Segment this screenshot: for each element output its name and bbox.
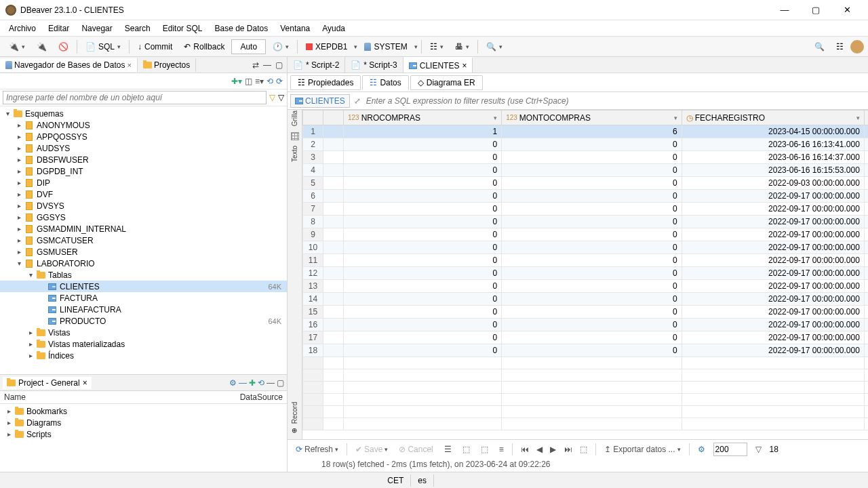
expand-arrow[interactable]: ▸	[14, 237, 24, 244]
expand-arrow[interactable]: ▸	[14, 144, 24, 152]
edit-tool-1[interactable]: ☰	[441, 443, 454, 455]
cell[interactable]: 2022-09-17 00:00:00.000	[682, 293, 864, 306]
data-row[interactable]: 12002022-09-17 00:00:00.000[NULL]2022-09…	[303, 267, 869, 280]
tree-tool2[interactable]: ≡▾	[255, 77, 264, 86]
cell[interactable]: 0	[502, 228, 682, 241]
data-row[interactable]: 3002023-06-16 16:14:37.000[NULL]2023-06-…	[303, 151, 869, 164]
col-header[interactable]: ◷ ULTIMACOMPRA▾	[864, 110, 868, 125]
data-row[interactable]: 5002022-09-03 00:00:00.000[NULL]2022-09-…	[303, 177, 869, 190]
col-header[interactable]: 123 NROCOMPRAS▾	[344, 110, 502, 125]
query-table-label[interactable]: CLIENTES	[290, 94, 350, 108]
editor-tab[interactable]: 📄* Script-3	[345, 57, 403, 73]
cell[interactable]: 0	[502, 254, 682, 267]
maximize-view[interactable]: ▢	[274, 59, 284, 71]
filter-menu-icon[interactable]: ▽	[278, 93, 284, 102]
page-prev[interactable]: ◀	[534, 445, 545, 454]
row-num[interactable]: 11	[303, 254, 323, 267]
tree-item[interactable]: ▸DIP	[0, 177, 287, 188]
status-lang[interactable]: es	[411, 474, 434, 487]
txn-dropdown[interactable]: 🕐▾	[268, 39, 294, 54]
col-menu[interactable]: ▾	[494, 115, 497, 121]
cell[interactable]: [NULL]	[864, 306, 868, 319]
tab-projects[interactable]: Proyectos	[138, 58, 196, 72]
tree-item[interactable]: ▸Bookmarks	[1, 405, 285, 417]
row-marker[interactable]	[323, 151, 344, 164]
tool-2[interactable]: 🖶▾	[450, 39, 474, 54]
tree-tool1[interactable]: ◫	[245, 77, 252, 86]
row-marker[interactable]	[323, 331, 344, 344]
cell[interactable]: 0	[344, 177, 502, 190]
row-marker[interactable]	[323, 228, 344, 241]
tab-project-general[interactable]: Project - General ×	[3, 377, 92, 389]
tree-item[interactable]: ▸DVF	[0, 188, 287, 200]
data-row[interactable]: 8002022-09-17 00:00:00.000[NULL]2022-09-…	[303, 216, 869, 228]
cell[interactable]: 2022-09-03 00:00:00.000	[682, 177, 864, 190]
edit-tool-4[interactable]: ≡	[496, 443, 507, 455]
cell[interactable]: [NULL]	[864, 293, 868, 306]
row-marker[interactable]	[323, 125, 344, 138]
expand-arrow[interactable]: ▸	[26, 352, 35, 359]
cancel-button[interactable]: ⊘Cancel	[396, 443, 435, 455]
tree-item[interactable]: ▸ANONYMOUS	[0, 119, 287, 131]
cell[interactable]: [NULL]	[864, 344, 868, 357]
cell[interactable]: 2022-09-17 00:00:00.000	[682, 241, 864, 254]
close-button[interactable]: ✕	[831, 1, 863, 20]
gear-button[interactable]: ⚙	[695, 443, 708, 455]
expand-arrow[interactable]: ▸	[14, 179, 24, 186]
minimize-button[interactable]: —	[769, 1, 800, 20]
row-num[interactable]: 10	[303, 241, 323, 254]
close-icon[interactable]: ×	[127, 61, 131, 69]
cell[interactable]: 2022-09-17 00:00:00.000	[682, 306, 864, 319]
cell[interactable]: 0	[502, 306, 682, 319]
tree-item[interactable]: ▸DBSFWUSER	[0, 154, 287, 165]
cell[interactable]: 0	[344, 280, 502, 293]
cell[interactable]: [NULL]	[864, 241, 868, 254]
connect-button[interactable]: 🔌	[32, 39, 52, 54]
rows-tool[interactable]: ▽	[753, 443, 764, 455]
cell[interactable]: [NULL]	[864, 319, 868, 331]
cell[interactable]: 0	[502, 319, 682, 331]
cell[interactable]: 0	[344, 344, 502, 357]
disconnect-button[interactable]: 🚫	[54, 39, 73, 54]
cell[interactable]: 2023-04-15 00:00:00.000	[682, 125, 864, 138]
data-row[interactable]: 13002022-09-17 00:00:00.000[NULL]2022-09…	[303, 280, 869, 293]
proj-min[interactable]: —	[267, 378, 275, 388]
data-row[interactable]: 18002022-09-17 00:00:00.000[NULL]2022-09…	[303, 344, 869, 357]
data-row[interactable]: 14002022-09-17 00:00:00.000[NULL]2022-09…	[303, 293, 869, 306]
row-num[interactable]: 12	[303, 267, 323, 280]
row-marker[interactable]	[323, 267, 344, 280]
tree-item[interactable]: ▸Vistas	[0, 327, 287, 338]
tab-db-navigator[interactable]: Navegador de Bases de Datos ×	[0, 58, 138, 72]
user-icon[interactable]	[850, 40, 864, 54]
cell[interactable]: [NULL]	[864, 331, 868, 344]
cell[interactable]: 2022-09-17 00:00:00.000	[682, 344, 864, 357]
data-row[interactable]: 2002023-06-16 16:13:41.000[NULL]2023-06-…	[303, 138, 869, 151]
data-row[interactable]: 10002022-09-17 00:00:00.000[NULL]2022-09…	[303, 241, 869, 254]
cell[interactable]: 0	[344, 228, 502, 241]
row-num[interactable]: 16	[303, 319, 323, 331]
cell[interactable]: 0	[344, 164, 502, 177]
tab-propiedades[interactable]: ☷Propiedades	[290, 75, 361, 90]
expand-arrow[interactable]: ▸	[14, 156, 24, 163]
cell[interactable]: 2023-06-16 16:14:37.000	[682, 151, 864, 164]
rail-texto[interactable]: Texto	[288, 145, 302, 163]
sql-filter-input[interactable]	[365, 95, 868, 107]
conn-xepdb1[interactable]: XEPDB1	[301, 39, 352, 54]
row-marker[interactable]	[323, 190, 344, 203]
menu-editor sql[interactable]: Editor SQL	[157, 22, 209, 35]
cell[interactable]: 2022-09-17 00:00:00.000	[682, 203, 864, 216]
menu-ventana[interactable]: Ventana	[274, 22, 316, 35]
expand-arrow[interactable]: ▸	[4, 419, 14, 426]
expand-arrow[interactable]: ▸	[4, 430, 14, 438]
cell[interactable]: 0	[502, 138, 682, 151]
data-row[interactable]: 16002022-09-17 00:00:00.000[NULL]2022-09…	[303, 319, 869, 331]
tool-1[interactable]: ☷▾	[425, 39, 448, 54]
row-marker[interactable]	[323, 203, 344, 216]
proj-tool1[interactable]: —	[239, 378, 247, 388]
tree-item[interactable]: ▸Índices	[0, 350, 287, 361]
editor-tab[interactable]: 📄* Script-2	[288, 57, 345, 73]
cell[interactable]: 0	[502, 151, 682, 164]
expand-arrow[interactable]: ▸	[14, 167, 24, 175]
tree-item[interactable]: PRODUCTO64K	[0, 315, 287, 327]
data-row[interactable]: 1162023-04-15 00:00:00.0002023-06-24 09:…	[303, 125, 869, 138]
